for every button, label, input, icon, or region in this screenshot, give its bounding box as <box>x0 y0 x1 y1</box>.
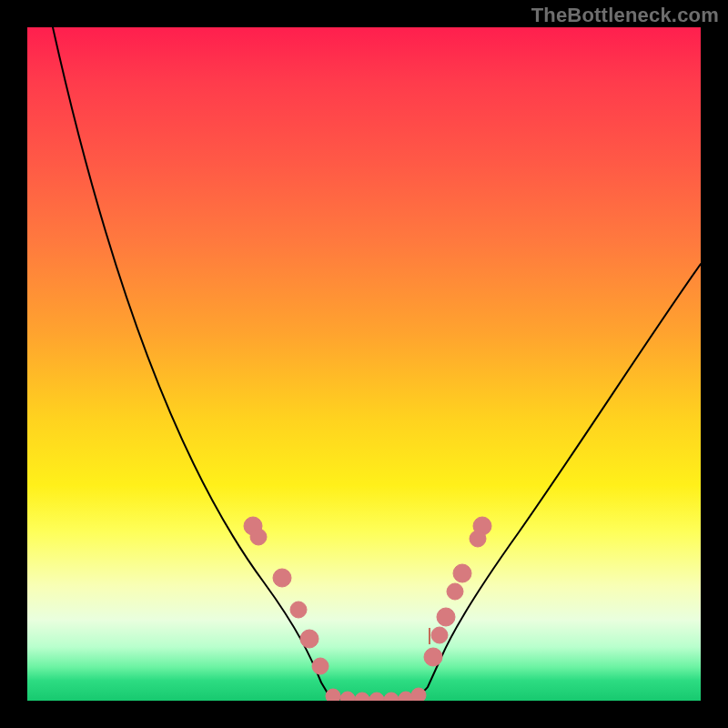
scatter-dot <box>447 583 463 600</box>
scatter-dot <box>424 648 442 666</box>
scatter-dot <box>326 689 340 701</box>
scatter-dot <box>411 688 426 701</box>
scatter-dot <box>437 608 455 626</box>
scatter-dot <box>453 564 471 582</box>
scatter-dot <box>312 658 329 674</box>
scatter-dot <box>250 529 267 545</box>
scatter-dot <box>273 569 291 587</box>
scatter-dot <box>290 602 307 618</box>
marker-layer <box>244 517 491 701</box>
chart-stage: TheBottleneck.com <box>0 0 728 728</box>
scatter-dot <box>300 630 318 648</box>
curve-right-curve <box>380 264 701 701</box>
curve-left-curve <box>53 27 364 701</box>
scatter-dot <box>340 692 355 701</box>
scatter-dot <box>470 531 486 547</box>
scatter-dot <box>431 627 448 643</box>
chart-svg <box>27 27 701 701</box>
scatter-dot <box>384 693 399 701</box>
gradient-plot-area <box>27 27 701 701</box>
curve-layer <box>53 27 701 701</box>
watermark-text: TheBottleneck.com <box>531 4 719 27</box>
scatter-dot <box>355 693 369 701</box>
scatter-dot <box>369 693 384 701</box>
